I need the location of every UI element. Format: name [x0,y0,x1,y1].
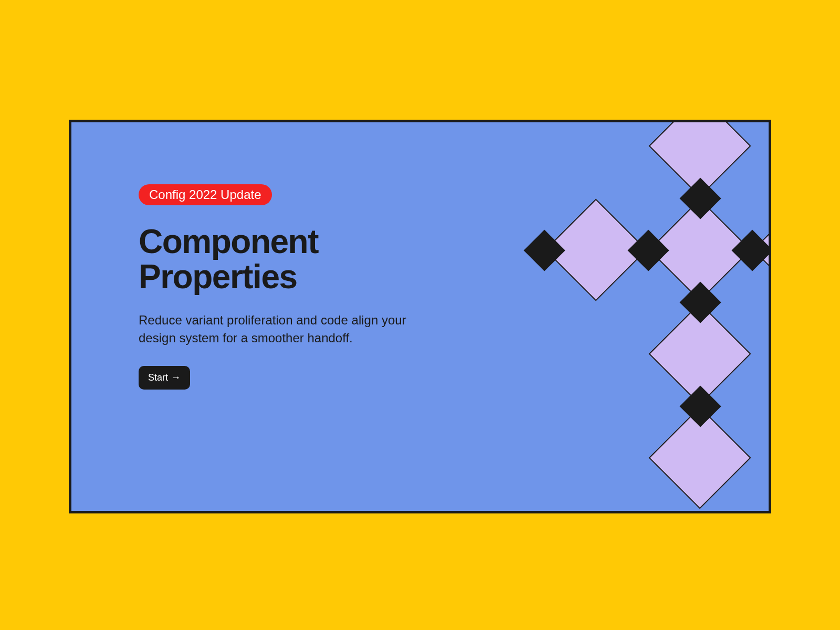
arrow-right-icon: → [171,372,181,383]
hero-card: Config 2022 Update Component Properties … [69,120,771,513]
update-badge: Config 2022 Update [139,184,272,205]
hero-title: Component Properties [139,224,433,295]
hero-subtitle: Reduce variant proliferation and code al… [139,311,433,346]
start-button-label: Start [148,372,168,383]
decorative-diamonds [454,122,769,513]
start-button[interactable]: Start → [139,366,190,390]
hero-content: Config 2022 Update Component Properties … [139,184,433,390]
